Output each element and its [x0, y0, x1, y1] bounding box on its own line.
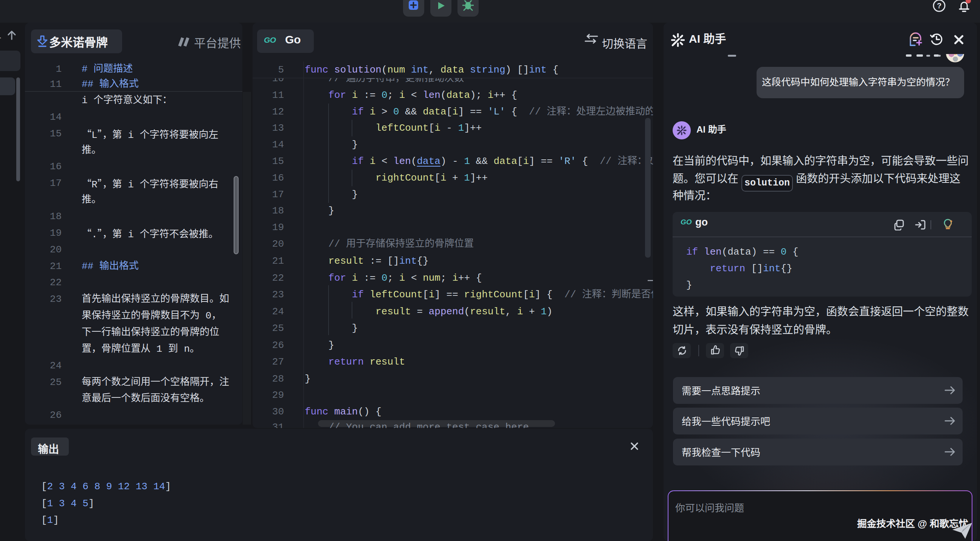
svg-text:?: ?: [937, 2, 942, 10]
